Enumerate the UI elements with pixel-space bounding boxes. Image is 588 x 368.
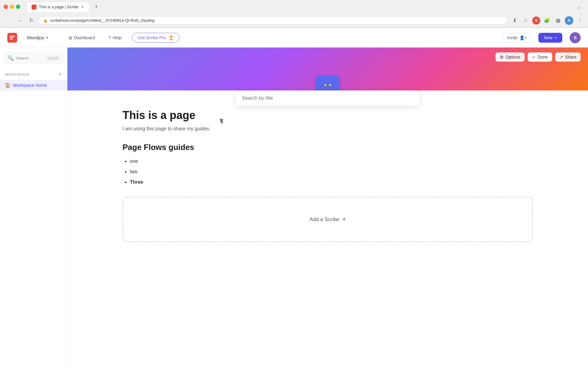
browser-navbar: ← → ↻ 🔒 scribehow.com/page/Untitled__0V1… [0,13,588,28]
tab-close-button[interactable]: ✕ [81,5,84,10]
search-overlay-input[interactable] [242,95,413,101]
add-scribe-text: Add a Scribe [309,217,339,223]
checkmark-icon: ✓ [532,55,536,59]
tab-title: This is a page | Scribe [39,5,78,9]
user-avatar[interactable]: S [570,32,581,43]
chevron-down-icon: ▾ [46,36,48,40]
workspace-add-button[interactable]: + [59,71,62,78]
dashboard-link[interactable]: ⊞ Dashboard [66,33,98,42]
bookmark-icon[interactable]: ☆ [521,16,530,25]
add-scribe-box[interactable]: Add a Scribe + [123,197,533,242]
app-logo [7,33,17,43]
new-tab-button[interactable]: + [92,2,100,11]
active-browser-tab[interactable]: This is a page | Scribe ✕ [26,2,89,12]
sidebar: 🔍 Search cmd+k WORKSPACE + 🏠 Workspace H… [0,48,67,368]
reload-button[interactable]: ↻ [27,16,36,25]
workspace-home-label: Workspace Home [13,83,47,88]
guides-list: one two Three [123,158,533,186]
search-box[interactable]: 🔍 Search cmd+k [4,52,63,64]
forward-button[interactable]: → [15,16,24,25]
extension-icon-2[interactable]: 🧩 [543,16,551,25]
hero-toolbar: ⚙ Options ✓ Done ↗ Share [496,52,581,62]
browser-window-controls [4,5,20,9]
add-scribe-label: Add a Scribe + [309,216,346,223]
browser-titlebar: This is a page | Scribe ✕ + ⌄ [0,0,588,13]
share-label: Share [565,55,576,59]
done-label: Done [537,55,548,59]
close-window-button[interactable] [4,5,8,9]
page-content: ⚙ Options ✓ Done ↗ Share 👓 Edit [67,48,588,368]
section-title: Page Flows guides [123,143,533,152]
address-bar[interactable]: 🔒 scribehow.com/page/Untitled__0V1MWLk-Q… [39,16,507,25]
new-button[interactable]: New + [538,33,562,43]
search-overlay [236,90,420,106]
options-icon: ⚙ [500,55,504,59]
browser-tab-bar: This is a page | Scribe ✕ + ⌄ [23,2,584,12]
url-text: scribehow.com/page/Untitled__0V1MWLk-Qi-… [50,18,154,23]
person-add-icon: 👤+ [519,35,527,40]
home-icon: 🏠 [5,82,10,88]
browser-menu-icon[interactable]: ⋮ [576,16,584,25]
options-label: Options [506,55,520,59]
search-label: Search [16,56,44,60]
list-item-3: Three [130,178,533,186]
dashboard-icon: ⊞ [69,35,72,40]
minimize-window-button[interactable] [10,5,14,9]
search-icon: 🔍 [8,55,14,61]
search-shortcut: cmd+k [46,56,59,60]
logo-icon [9,35,15,41]
help-label: Help [113,35,122,40]
browser-user-avatar[interactable]: S [565,16,573,25]
done-button[interactable]: ✓ Done [528,52,552,62]
nav-divider [58,34,58,41]
share-icon: ↗ [560,55,563,59]
options-button[interactable]: ⚙ Options [496,52,525,62]
help-icon: ? [108,35,111,40]
glasses-icon: 👓 [322,80,333,90]
help-link[interactable]: ? Help [105,33,125,42]
sidebar-section-workspace: WORKSPACE + [0,69,67,80]
get-pro-label: Get Scribe Pro [138,35,166,40]
back-button[interactable]: ← [4,16,12,25]
workspace-section-label: WORKSPACE [5,73,29,76]
download-icon[interactable]: ⬇ [510,16,519,25]
workspace-selector[interactable]: Moodjoy ▾ [24,34,51,41]
new-label: New [544,35,552,40]
lock-icon: 🔒 [43,18,48,23]
app-topnav: Moodjoy ▾ ⊞ Dashboard ? Help Get Scribe … [0,28,588,48]
app-layout: Moodjoy ▾ ⊞ Dashboard ? Help Get Scribe … [0,28,588,368]
nav-actions: ⬇ ☆ S 🧩 ▦ S ⋮ [510,16,584,25]
trophy-icon: 🏆 [168,35,174,40]
main-content: 🔍 Search cmd+k WORKSPACE + 🏠 Workspace H… [0,48,588,368]
sidebar-toggle-icon[interactable]: ▦ [554,16,562,25]
workspace-name: Moodjoy [27,35,44,40]
plus-icon: + [554,35,557,40]
page-title: This is a page [123,109,533,122]
invite-label: Invite [507,35,517,40]
list-item-2: two [130,168,533,175]
invite-button[interactable]: Invite 👤+ [503,33,531,42]
hero-banner: ⚙ Options ✓ Done ↗ Share 👓 Edit [67,48,588,90]
sidebar-item-workspace-home[interactable]: 🏠 Workspace Home [0,80,67,90]
dashboard-label: Dashboard [74,35,95,40]
page-description: I am using this page to share my guides. [123,126,533,132]
tab-favicon [32,5,36,10]
more-tabs-button[interactable]: ⌄ [577,4,581,10]
browser-chrome: This is a page | Scribe ✕ + ⌄ ← → ↻ 🔒 sc… [0,0,588,28]
get-pro-button[interactable]: Get Scribe Pro 🏆 [132,33,179,43]
list-item-1: one [130,158,533,165]
user-initial: S [574,35,577,40]
add-scribe-plus-icon: + [342,216,346,223]
maximize-window-button[interactable] [16,5,20,9]
share-button[interactable]: ↗ Share [555,52,581,62]
extension-icon-1[interactable]: S [532,17,540,25]
page-body: This is a page I am using this page to s… [67,90,588,368]
